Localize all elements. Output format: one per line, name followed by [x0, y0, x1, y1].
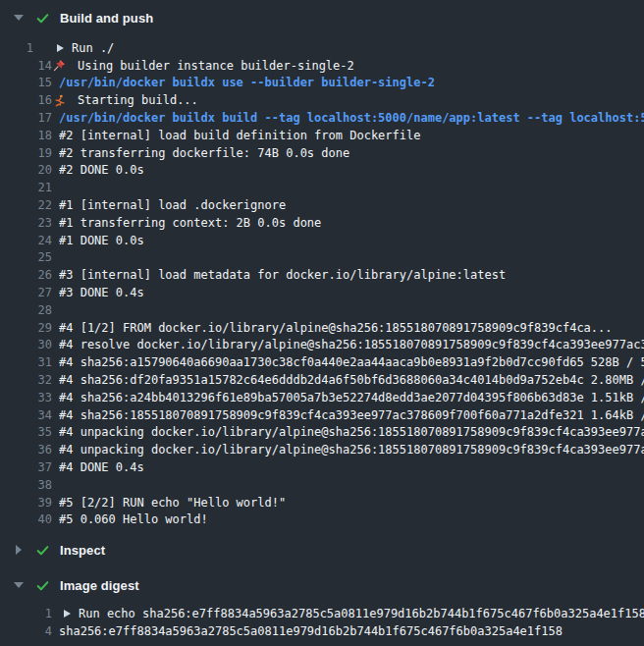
log-line: 28	[0, 301, 644, 319]
log-line: 17 /usr/bin/docker buildx build --tag lo…	[0, 109, 644, 127]
log-line: 23 #1 transferring context: 2B 0.0s done	[0, 214, 644, 232]
log-line: 24 #1 DONE 0.0s	[0, 232, 644, 249]
log-text: #4 [1/2] FROM docker.io/library/alpine@s…	[59, 321, 644, 335]
runner-icon	[52, 93, 66, 107]
line-number[interactable]: 1	[0, 41, 33, 55]
line-number[interactable]: 23	[0, 216, 52, 230]
workflow-log-viewer: Build and push 1 Run ./ 14 Using builder…	[0, 0, 644, 646]
log-line: 27 #3 DONE 0.4s	[0, 284, 644, 301]
log-text: #2 transferring dockerfile: 74B 0.0s don…	[59, 146, 644, 160]
chevron-icon[interactable]	[12, 582, 26, 588]
line-number[interactable]: 33	[0, 391, 52, 404]
line-number[interactable]: 36	[0, 443, 52, 457]
section-header-build-and-push[interactable]: Build and push	[0, 0, 644, 35]
log-text: #2 DONE 0.0s	[59, 163, 644, 177]
expand-arrow-icon[interactable]	[64, 610, 71, 618]
section-title: Build and push	[60, 11, 153, 26]
log-line: 20 #2 DONE 0.0s	[0, 162, 644, 180]
line-number[interactable]: 21	[0, 181, 52, 194]
line-number[interactable]: 22	[0, 198, 52, 212]
log-group-line[interactable]: 1 Run ./	[0, 39, 644, 57]
line-number[interactable]: 15	[0, 76, 52, 89]
log-content-image-digest: 1 Run echo sha256:e7ff8834a5963a2785c5a0…	[0, 603, 644, 646]
log-line: 22 #1 [internal] load .dockerignore	[0, 196, 644, 214]
line-number[interactable]: 20	[0, 163, 52, 177]
check-icon	[34, 577, 50, 593]
log-content-build-and-push: 1 Run ./ 14 Using builder instance build…	[0, 35, 644, 532]
log-line: 4 sha256:e7ff8834a5963a2785c5a0811e979d1…	[0, 622, 644, 640]
section-header-inspect[interactable]: Inspect	[0, 532, 644, 567]
log-line: 19 #2 transferring dockerfile: 74B 0.0s …	[0, 144, 644, 162]
log-text: #4 unpacking docker.io/library/alpine@sh…	[59, 443, 644, 457]
log-line: 18 #2 [internal] load build definition f…	[0, 127, 644, 144]
log-text: /usr/bin/docker buildx use --builder bui…	[59, 76, 644, 89]
log-group-line[interactable]: 1 Run echo sha256:e7ff8834a5963a2785c5a0…	[0, 605, 644, 622]
log-line: 36 #4 unpacking docker.io/library/alpine…	[0, 441, 644, 458]
log-text: #4 DONE 0.4s	[59, 460, 644, 474]
log-line: 15 /usr/bin/docker buildx use --builder …	[0, 75, 644, 92]
log-text: Using builder instance builder-single-2	[78, 59, 644, 73]
log-text: /usr/bin/docker buildx build --tag local…	[59, 111, 644, 125]
line-number[interactable]: 19	[0, 146, 52, 160]
line-number[interactable]: 29	[0, 321, 52, 335]
log-text: Starting build...	[78, 93, 644, 107]
line-number[interactable]: 39	[0, 496, 52, 510]
log-line: 21	[0, 179, 644, 196]
log-text: #3 DONE 0.4s	[59, 286, 644, 299]
chevron-icon[interactable]	[12, 15, 26, 21]
log-line: 34 #4 sha256:185518070891758909c9f839cf4…	[0, 406, 644, 424]
log-text: #1 [internal] load .dockerignore	[59, 198, 644, 212]
line-number[interactable]: 4	[0, 624, 52, 638]
line-number[interactable]: 27	[0, 286, 52, 299]
line-number[interactable]: 26	[0, 268, 52, 282]
log-text: #1 DONE 0.0s	[59, 234, 644, 247]
log-line: 35 #4 unpacking docker.io/library/alpine…	[0, 424, 644, 442]
log-text: #4 sha256:a15790640a6690aa1730c38cf0a440…	[59, 355, 644, 369]
log-text: #3 [internal] load metadata for docker.i…	[59, 268, 644, 282]
log-line: 26 #3 [internal] load metadata for docke…	[0, 266, 644, 284]
expand-arrow-icon[interactable]	[57, 44, 64, 52]
line-number[interactable]: 18	[0, 129, 52, 142]
line-number[interactable]: 40	[0, 512, 52, 526]
line-number[interactable]: 35	[0, 425, 52, 439]
line-number[interactable]: 37	[0, 460, 52, 474]
log-text: #1 transferring context: 2B 0.0s done	[59, 216, 644, 230]
log-line: 14 Using builder instance builder-single…	[0, 57, 644, 75]
line-number[interactable]: 34	[0, 408, 52, 422]
log-line: 38	[0, 476, 644, 494]
check-icon	[34, 10, 50, 26]
line-number[interactable]: 16	[0, 93, 52, 107]
log-line: 16 Starting build...	[0, 91, 644, 109]
section-header-image-digest[interactable]: Image digest	[0, 567, 644, 603]
log-text: #4 sha256:185518070891758909c9f839cf4ca3…	[59, 408, 644, 422]
log-line: 29 #4 [1/2] FROM docker.io/library/alpin…	[0, 319, 644, 337]
line-number[interactable]: 28	[0, 303, 52, 317]
log-text: #4 resolve docker.io/library/alpine@sha2…	[59, 338, 644, 351]
log-text: Run echo sha256:e7ff8834a5963a2785c5a081…	[79, 607, 644, 620]
line-number[interactable]: 25	[0, 250, 52, 264]
line-number[interactable]: 24	[0, 234, 52, 247]
log-line: 32 #4 sha256:df20fa9351a15782c64e6dddb2d…	[0, 371, 644, 389]
line-number[interactable]: 14	[0, 59, 52, 73]
section-title: Inspect	[60, 543, 105, 558]
line-number[interactable]: 38	[0, 478, 52, 492]
log-line: 33 #4 sha256:a24bb4013296f61e89ba57005a7…	[0, 389, 644, 406]
line-number[interactable]: 17	[0, 111, 52, 125]
log-text: #5 [2/2] RUN echo "Hello world!"	[59, 496, 644, 510]
log-line: 40 #5 0.060 Hello world!	[0, 511, 644, 529]
line-number[interactable]: 30	[0, 338, 52, 351]
log-text: #4 sha256:a24bb4013296f61e89ba57005a7b3e…	[59, 391, 644, 404]
pushpin-icon	[52, 59, 66, 73]
log-text: #2 [internal] load build definition from…	[59, 129, 644, 142]
log-line: 37 #4 DONE 0.4s	[0, 458, 644, 476]
log-line: 30 #4 resolve docker.io/library/alpine@s…	[0, 337, 644, 354]
line-number[interactable]: 32	[0, 373, 52, 387]
log-line: 39 #5 [2/2] RUN echo "Hello world!"	[0, 494, 644, 511]
log-line: 31 #4 sha256:a15790640a6690aa1730c38cf0a…	[0, 353, 644, 371]
log-text: Run ./	[72, 41, 644, 55]
log-text: #5 0.060 Hello world!	[59, 512, 644, 526]
check-icon	[34, 542, 50, 558]
line-number[interactable]: 31	[0, 355, 52, 369]
line-number[interactable]: 1	[0, 607, 52, 620]
chevron-icon[interactable]	[12, 545, 26, 555]
